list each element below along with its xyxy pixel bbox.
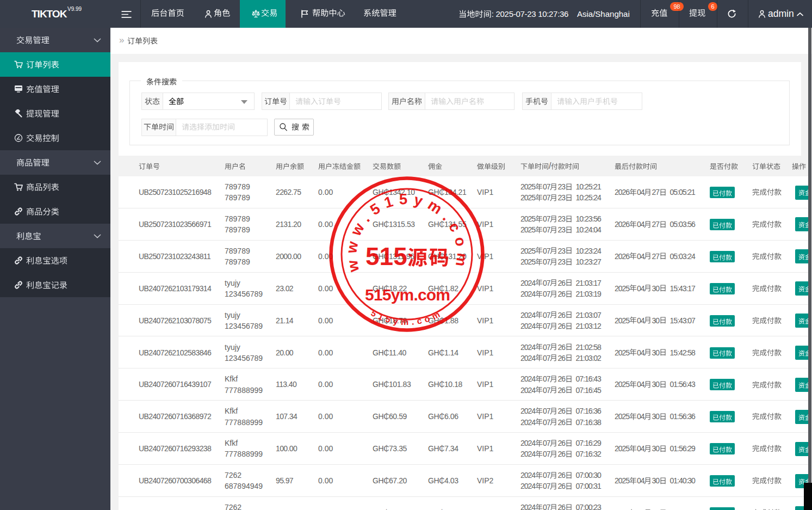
svg-text:515ym.com: 515ym.com: [365, 286, 450, 304]
svg-text:515: 515: [365, 242, 407, 271]
